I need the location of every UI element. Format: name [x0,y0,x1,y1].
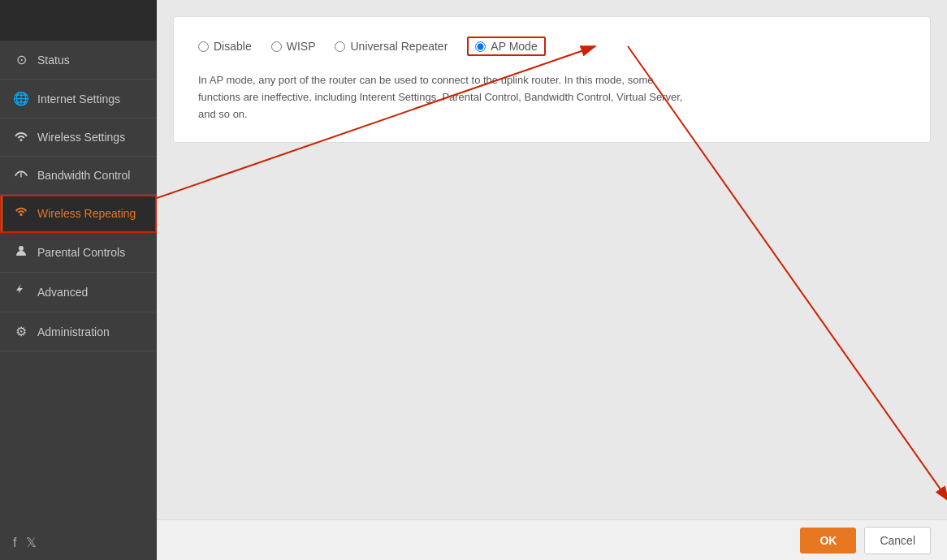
radio-universal-input[interactable] [335,41,345,52]
radio-group: Disable WISP Universal Repeater AP Mode [198,37,906,56]
ok-button[interactable]: OK [800,528,856,554]
sidebar-item-label: Advanced [37,286,88,299]
radio-disable-label: Disable [214,40,252,53]
sidebar-logo [0,0,157,41]
svg-point-1 [19,246,24,251]
sidebar-item-label: Status [37,54,70,67]
radio-ap-mode-label: AP Mode [491,40,537,53]
sidebar-item-advanced[interactable]: Advanced [0,273,157,312]
sidebar-item-wireless-settings[interactable]: Wireless Settings [0,118,157,157]
main-content: Disable WISP Universal Repeater AP Mode … [157,0,947,560]
sidebar-item-label: Wireless Settings [37,131,125,144]
description-text: In AP mode, any port of the router can b… [198,72,685,123]
facebook-icon[interactable]: f [13,536,16,550]
cancel-button[interactable]: Cancel [864,527,931,554]
radio-wisp-input[interactable] [271,41,282,52]
radio-ap-mode[interactable]: AP Mode [475,40,537,53]
parental-icon [13,244,29,261]
sidebar-item-administration[interactable]: ⚙ Administration [0,312,157,351]
ap-mode-box: AP Mode [467,37,545,56]
radio-disable-input[interactable] [198,41,209,52]
sidebar-item-bandwidth-control[interactable]: Bandwidth Control [0,157,157,195]
radio-disable[interactable]: Disable [198,40,252,53]
radio-wisp[interactable]: WISP [271,40,316,53]
radio-wisp-label: WISP [287,40,316,53]
twitter-icon[interactable]: 𝕏 [26,535,37,550]
bandwidth-icon [13,168,29,183]
radio-universal-label: Universal Repeater [350,40,448,53]
sidebar-item-status[interactable]: ⊙ Status [0,41,157,80]
sidebar-footer: f 𝕏 [0,525,157,560]
status-icon: ⊙ [13,52,29,67]
sidebar-item-wireless-repeating[interactable]: Wireless Repeating [0,195,157,233]
advanced-icon [13,284,29,300]
sidebar-item-label: Internet Settings [37,93,120,106]
internet-icon: 🌐 [13,91,29,106]
sidebar: ⊙ Status 🌐 Internet Settings Wireless Se… [0,0,157,560]
bottom-bar: OK Cancel [157,519,947,560]
sidebar-item-label: Parental Controls [37,246,125,259]
wireless-icon [13,130,29,144]
sidebar-item-label: Administration [37,325,110,338]
content-panel: Disable WISP Universal Repeater AP Mode … [173,16,931,143]
sidebar-item-label: Wireless Repeating [37,207,136,220]
sidebar-item-parental-controls[interactable]: Parental Controls [0,233,157,273]
sidebar-item-label: Bandwidth Control [37,169,130,182]
administration-icon: ⚙ [13,324,29,339]
radio-ap-mode-input[interactable] [475,41,486,52]
radio-universal-repeater[interactable]: Universal Repeater [335,40,448,53]
sidebar-item-internet-settings[interactable]: 🌐 Internet Settings [0,80,157,118]
repeating-icon [13,206,29,221]
sidebar-nav: ⊙ Status 🌐 Internet Settings Wireless Se… [0,41,157,525]
